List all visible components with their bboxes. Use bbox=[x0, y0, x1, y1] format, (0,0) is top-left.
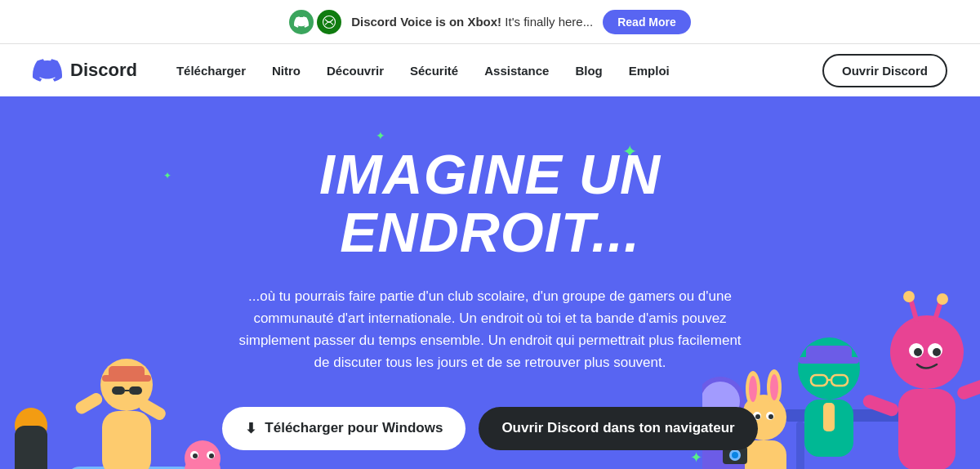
svg-point-36 bbox=[890, 315, 964, 389]
svg-rect-12 bbox=[102, 375, 151, 382]
svg-point-23 bbox=[193, 453, 198, 458]
download-icon: ⬇ bbox=[245, 420, 256, 437]
sparkle-icon-4: ✦ bbox=[690, 449, 702, 467]
hero-title-line2: ENDROIT... bbox=[340, 201, 640, 263]
svg-point-51 bbox=[749, 376, 757, 402]
download-button-label: Télécharger pour Windows bbox=[265, 420, 443, 436]
svg-rect-13 bbox=[112, 386, 125, 395]
hero-subtitle: ...où tu pourrais faire partie d'un club… bbox=[237, 285, 743, 374]
discord-logo-icon bbox=[33, 56, 62, 85]
announcement-bar: Discord Voice is on Xbox! It's finally h… bbox=[0, 0, 980, 44]
svg-line-37 bbox=[911, 299, 916, 319]
hero-title-line1: IMAGINE UN bbox=[319, 143, 661, 205]
svg-rect-16 bbox=[102, 411, 151, 469]
svg-point-40 bbox=[937, 293, 948, 305]
sparkle-icon-2: ✦ bbox=[376, 129, 385, 142]
announcement-icons bbox=[289, 10, 341, 34]
download-button[interactable]: ⬇ Télécharger pour Windows bbox=[222, 407, 466, 450]
open-discord-button[interactable]: Ouvrir Discord bbox=[822, 54, 947, 87]
svg-point-24 bbox=[209, 453, 214, 458]
svg-point-38 bbox=[903, 291, 915, 302]
hero-title: IMAGINE UN ENDROIT... bbox=[319, 145, 661, 262]
xbox-icon bbox=[317, 10, 341, 34]
characters-left-illustration bbox=[0, 172, 253, 469]
svg-rect-2 bbox=[15, 426, 47, 469]
nav-link-decouvrir[interactable]: Découvrir bbox=[327, 64, 384, 78]
discord-logo[interactable]: Discord bbox=[33, 56, 137, 85]
svg-point-63 bbox=[732, 452, 738, 458]
svg-point-52 bbox=[770, 374, 778, 400]
svg-point-44 bbox=[933, 348, 941, 356]
svg-rect-47 bbox=[956, 377, 980, 401]
hero-buttons: ⬇ Télécharger pour Windows Ouvrir Discor… bbox=[222, 407, 757, 450]
announcement-bold-text: Discord Voice is on Xbox! bbox=[351, 15, 501, 29]
discord-logo-text: Discord bbox=[70, 60, 137, 81]
svg-rect-45 bbox=[898, 389, 956, 469]
nav-links: Télécharger Nitro Découvrir Sécurité Ass… bbox=[176, 64, 822, 78]
discord-icon bbox=[289, 10, 314, 34]
svg-point-43 bbox=[914, 348, 922, 356]
open-browser-button[interactable]: Ouvrir Discord dans ton navigateur bbox=[479, 407, 757, 450]
nav-link-securite[interactable]: Sécurité bbox=[410, 64, 458, 78]
announcement-text: Discord Voice is on Xbox! It's finally h… bbox=[351, 15, 593, 29]
left-characters-svg bbox=[0, 172, 253, 469]
svg-point-56 bbox=[768, 414, 773, 419]
nav-link-emploi[interactable]: Emploi bbox=[629, 64, 670, 78]
read-more-button[interactable]: Read More bbox=[603, 10, 691, 34]
nav-link-assistance[interactable]: Assistance bbox=[484, 64, 549, 78]
nav-link-blog[interactable]: Blog bbox=[575, 64, 602, 78]
nav-link-telecharger[interactable]: Télécharger bbox=[176, 64, 246, 78]
announcement-regular-text: It's finally here... bbox=[505, 15, 593, 29]
svg-rect-14 bbox=[129, 386, 142, 395]
svg-rect-26 bbox=[796, 422, 804, 469]
svg-rect-35 bbox=[823, 403, 835, 431]
svg-rect-17 bbox=[74, 391, 105, 415]
svg-rect-30 bbox=[799, 357, 859, 364]
hero-section: ✦ ✦ ✦ ✦ ✦ bbox=[0, 96, 980, 469]
navbar: Discord Télécharger Nitro Découvrir Sécu… bbox=[0, 44, 980, 96]
nav-link-nitro[interactable]: Nitro bbox=[272, 64, 301, 78]
